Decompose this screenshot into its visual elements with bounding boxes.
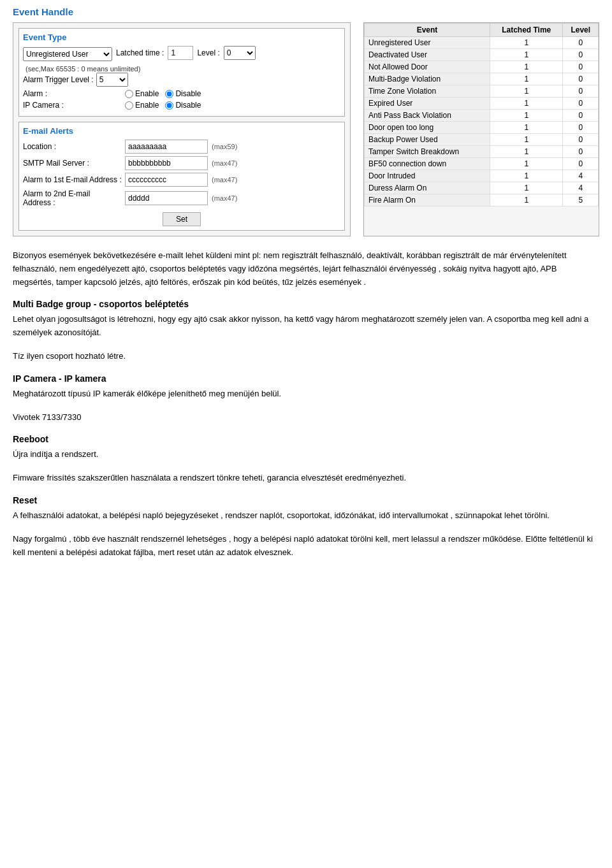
reset-heading: Reset <box>13 495 599 505</box>
table-row: Door Intruded14 <box>365 170 599 182</box>
table-row: Expired User10 <box>365 98 599 110</box>
email-alerts-title: E-mail Alerts <box>23 126 340 136</box>
table-row: Multi-Badge Violation10 <box>365 73 599 85</box>
alarm1-max: (max47) <box>212 176 237 184</box>
latched-cell: 1 <box>490 122 563 134</box>
table-row: Backup Power Used10 <box>365 134 599 146</box>
alarm-radio-group: Enable Disable <box>125 89 201 98</box>
table-row: Anti Pass Back Violation10 <box>365 110 599 122</box>
latched-cell: 1 <box>490 170 563 182</box>
event-type-select[interactable]: Unregistered User <box>23 47 112 61</box>
alarm-disable-radio[interactable] <box>165 90 173 98</box>
alarm-enable-text: Enable <box>135 89 159 98</box>
col-event: Event <box>365 24 490 37</box>
alarm1-email-label: Alarm to 1st E-mail Address : <box>23 175 125 184</box>
col-level: Level <box>563 24 599 37</box>
ip-camera-enable-label[interactable]: Enable <box>125 101 159 110</box>
alarm-enable-label[interactable]: Enable <box>125 89 159 98</box>
table-row: Door open too long10 <box>365 122 599 134</box>
event-cell: Tamper Switch Breakdown <box>365 146 490 158</box>
latched-cell: 1 <box>490 49 563 61</box>
level-cell: 0 <box>563 37 599 49</box>
event-cell: Anti Pass Back Violation <box>365 110 490 122</box>
event-cell: BF50 connection down <box>365 158 490 170</box>
alarm2-email-row: Alarm to 2nd E-mail Address : (max47) <box>23 189 340 207</box>
level-cell: 0 <box>563 122 599 134</box>
level-cell: 5 <box>563 194 599 206</box>
email-alerts-box: E-mail Alerts Location : (max59) SMTP Ma… <box>18 122 345 231</box>
level-cell: 0 <box>563 49 599 61</box>
smtp-max: (max47) <box>212 159 237 167</box>
alarm-trigger-row: Alarm Trigger Level : 5 <box>23 73 340 87</box>
table-row: Duress Alarm On14 <box>365 182 599 194</box>
latched-cell: 1 <box>490 61 563 73</box>
event-cell: Door Intruded <box>365 170 490 182</box>
alarm-disable-text: Disable <box>175 89 201 98</box>
latched-cell: 1 <box>490 73 563 85</box>
table-row: Unregistered User10 <box>365 37 599 49</box>
firmware-p1: Fimware frissítés szakszerűtlen használa… <box>13 472 599 485</box>
latched-cell: 1 <box>490 110 563 122</box>
event-cell: Unregistered User <box>365 37 490 49</box>
event-cell: Duress Alarm On <box>365 182 490 194</box>
paragraph1: Bizonyos események bekövetkezésére e-mai… <box>13 249 599 289</box>
latched-time-input[interactable] <box>168 46 193 60</box>
table-row: Time Zone Violation10 <box>365 85 599 98</box>
level-select[interactable]: 0 <box>224 46 256 60</box>
ip-camera-disable-radio[interactable] <box>165 101 173 110</box>
alarm1-email-input[interactable] <box>125 173 208 187</box>
multi-badge-p1: Lehet olyan jogosultságot is létrehozni,… <box>13 313 599 340</box>
table-row: Not Allowed Door10 <box>365 61 599 73</box>
latched-cell: 1 <box>490 134 563 146</box>
location-input[interactable] <box>125 140 208 154</box>
alarm1-email-row: Alarm to 1st E-mail Address : (max47) <box>23 173 340 187</box>
ip-camera-row: IP Camera : Enable Disable <box>23 101 340 110</box>
latched-cell: 1 <box>490 182 563 194</box>
level-cell: 0 <box>563 61 599 73</box>
event-cell: Fire Alarm On <box>365 194 490 206</box>
alarm-disable-label[interactable]: Disable <box>165 89 201 98</box>
location-row: Location : (max59) <box>23 140 340 154</box>
alarm-label: Alarm : <box>23 89 125 98</box>
alarm-trigger-select[interactable]: 5 <box>96 73 128 87</box>
alarm-enable-radio[interactable] <box>125 90 133 98</box>
reset-p1: A felhasználói adatokat, a belépési napl… <box>13 509 599 523</box>
event-cell: Deactivated User <box>365 49 490 61</box>
alarm2-email-input[interactable] <box>125 191 208 205</box>
col-latched: Latched Time <box>490 24 563 37</box>
reeboot-p1: Újra indítja a rendszert. <box>13 448 599 461</box>
level-label: Level : <box>197 48 219 57</box>
ip-camera-enable-radio[interactable] <box>125 101 133 110</box>
ip-camera-radio-group: Enable Disable <box>125 101 201 110</box>
ip-camera-p1: Meghatározott típusú IP kamerák élőképe … <box>13 387 599 401</box>
level-cell: 0 <box>563 85 599 98</box>
event-cell: Multi-Badge Violation <box>365 73 490 85</box>
event-cell: Expired User <box>365 98 490 110</box>
left-panel: Event Type Unregistered User Latched tim… <box>13 22 351 236</box>
event-cell: Not Allowed Door <box>365 61 490 73</box>
table-row: Tamper Switch Breakdown10 <box>365 146 599 158</box>
event-cell: Backup Power Used <box>365 134 490 146</box>
set-button[interactable]: Set <box>163 212 201 226</box>
event-type-box: Event Type Unregistered User Latched tim… <box>18 28 345 117</box>
level-cell: 0 <box>563 134 599 146</box>
alarm2-max: (max47) <box>212 194 237 202</box>
location-max: (max59) <box>212 143 237 150</box>
smtp-input[interactable] <box>125 156 208 170</box>
ip-camera-heading: IP Camera - IP kamera <box>13 373 599 384</box>
table-row: Fire Alarm On15 <box>365 194 599 206</box>
alarm-trigger-label: Alarm Trigger Level : <box>23 75 94 84</box>
ip-camera-label: IP Camera : <box>23 101 125 110</box>
level-cell: 0 <box>563 110 599 122</box>
level-cell: 0 <box>563 73 599 85</box>
latched-time-group: Latched time : Level : 0 <box>116 46 256 60</box>
ip-camera-disable-label[interactable]: Disable <box>165 101 201 110</box>
level-cell: 0 <box>563 98 599 110</box>
reeboot-heading: Reeboot <box>13 434 599 444</box>
event-cell: Time Zone Violation <box>365 85 490 98</box>
ip-camera-disable-text: Disable <box>175 101 201 110</box>
multi-badge-heading: Multi Badge group - csoportos beléptetés <box>13 299 599 309</box>
event-table: Event Latched Time Level Unregistered Us… <box>364 23 599 206</box>
alarm-row: Alarm : Enable Disable <box>23 89 340 98</box>
level-cell: 4 <box>563 170 599 182</box>
